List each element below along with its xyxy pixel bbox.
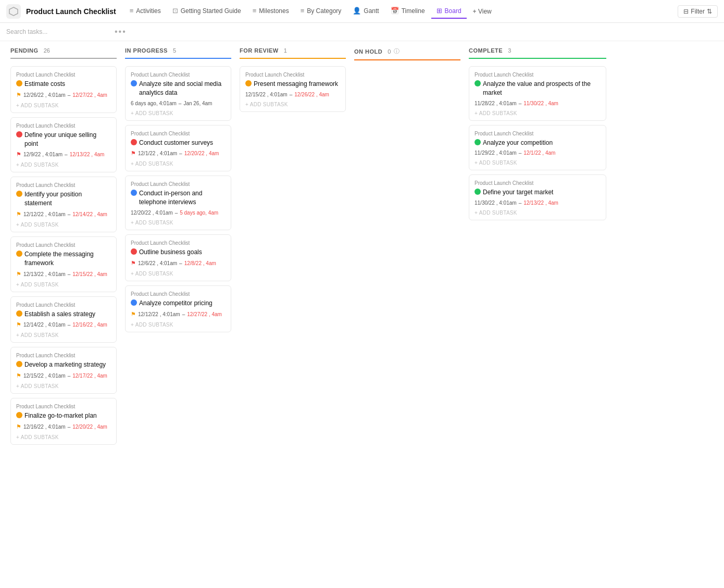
card-title: Develop a marketing strategy bbox=[24, 360, 106, 369]
date-start: 12/14/22 , 4:01am bbox=[23, 322, 66, 328]
date-end: 12/8/22 , 4am bbox=[184, 260, 216, 266]
card-project-label: Product Launch Checklist bbox=[245, 72, 340, 78]
flag-icon: ⚑ bbox=[16, 372, 21, 379]
date-end: 12/26/22 , 4am bbox=[294, 92, 329, 97]
card-project-label: Product Launch Checklist bbox=[16, 404, 111, 409]
timeline-icon: 📅 bbox=[391, 7, 399, 15]
task-card[interactable]: Product Launch ChecklistAnalyze your com… bbox=[469, 125, 606, 171]
date-start: 12/13/22 , 4:01am bbox=[23, 271, 66, 277]
status-dot bbox=[16, 412, 22, 418]
search-more-button[interactable]: ••• bbox=[115, 27, 127, 36]
date-end: 12/13/22 , 4am bbox=[70, 152, 105, 157]
add-subtask-button[interactable]: + ADD SUBTASK bbox=[16, 281, 111, 289]
flag-icon: ⚑ bbox=[16, 423, 21, 430]
task-card[interactable]: Product Launch ChecklistEstimate costs⚑1… bbox=[10, 66, 117, 113]
task-card[interactable]: Product Launch ChecklistDevelop a market… bbox=[10, 347, 117, 394]
date-start: 12/16/22 , 4:01am bbox=[23, 424, 66, 430]
task-card[interactable]: Product Launch ChecklistDefine your targ… bbox=[469, 174, 606, 220]
add-subtask-button[interactable]: + ADD SUBTASK bbox=[131, 270, 226, 278]
task-card[interactable]: Product Launch ChecklistAnalyze site and… bbox=[125, 66, 231, 121]
tab-timeline[interactable]: 📅 Timeline bbox=[385, 4, 430, 19]
card-title-row: Define your unique selling point bbox=[16, 131, 111, 148]
column-label-pending: PENDING bbox=[10, 47, 39, 54]
add-subtask-button[interactable]: + ADD SUBTASK bbox=[131, 160, 226, 168]
card-dates: ⚑12/12/22 , 4:01am – 12/14/22 , 4am bbox=[16, 211, 111, 218]
card-title: Analyze your competition bbox=[483, 139, 553, 147]
tab-board[interactable]: ⊞ Board bbox=[431, 4, 467, 19]
task-card[interactable]: Product Launch ChecklistOutline business… bbox=[125, 234, 231, 281]
tab-activities-label: Activities bbox=[136, 7, 160, 15]
task-card[interactable]: Product Launch ChecklistAnalyze competit… bbox=[125, 285, 231, 332]
tab-board-label: Board bbox=[445, 7, 461, 15]
add-subtask-button[interactable]: + ADD SUBTASK bbox=[475, 209, 601, 217]
tab-by-category[interactable]: ≡ By Category bbox=[295, 4, 347, 19]
add-subtask-button[interactable]: + ADD SUBTASK bbox=[16, 221, 111, 229]
tab-timeline-label: Timeline bbox=[402, 7, 425, 15]
card-title-row: Present messaging framework bbox=[245, 80, 340, 89]
card-title: Finalize go-to-market plan bbox=[24, 411, 97, 420]
add-subtask-button[interactable]: + ADD SUBTASK bbox=[131, 109, 226, 117]
date-start: 12/1/22 , 4:01am bbox=[138, 151, 177, 156]
card-dates: ⚑12/26/22 , 4:01am – 12/27/22 , 4am bbox=[16, 92, 111, 98]
add-subtask-button[interactable]: + ADD SUBTASK bbox=[16, 433, 111, 441]
onhold-info-icon[interactable]: ⓘ bbox=[394, 47, 400, 55]
add-subtask-button[interactable]: + ADD SUBTASK bbox=[16, 102, 111, 109]
date-separator: – bbox=[179, 151, 182, 156]
search-input[interactable] bbox=[6, 28, 110, 35]
tab-activities[interactable]: ≡ Activities bbox=[124, 4, 166, 19]
date-separator: – bbox=[68, 92, 71, 98]
filter-button[interactable]: ⊟ Filter ⇅ bbox=[678, 5, 718, 18]
task-card[interactable]: Product Launch ChecklistAnalyze the valu… bbox=[469, 66, 606, 121]
status-dot bbox=[131, 80, 137, 86]
add-subtask-button[interactable]: + ADD SUBTASK bbox=[245, 101, 340, 108]
task-card[interactable]: Product Launch ChecklistConduct in-perso… bbox=[125, 176, 231, 230]
filter-icon: ⊟ bbox=[683, 8, 689, 15]
add-subtask-button[interactable]: + ADD SUBTASK bbox=[16, 161, 111, 169]
task-card[interactable]: Product Launch ChecklistConduct customer… bbox=[125, 125, 231, 172]
date-end: 12/16/22 , 4am bbox=[72, 322, 107, 328]
add-subtask-button[interactable]: + ADD SUBTASK bbox=[475, 109, 601, 117]
date-start: 12/6/22 , 4:01am bbox=[138, 260, 177, 266]
card-project-label: Product Launch Checklist bbox=[16, 123, 111, 129]
status-dot bbox=[16, 131, 22, 137]
date-start: 12/15/22 , 4:01am bbox=[23, 373, 66, 379]
search-bar: ••• bbox=[0, 23, 724, 41]
card-dates: ⚑12/13/22 , 4:01am – 12/15/22 , 4am bbox=[16, 271, 111, 278]
task-card[interactable]: Product Launch ChecklistPresent messagin… bbox=[240, 66, 346, 112]
status-dot bbox=[131, 190, 137, 196]
add-subtask-button[interactable]: + ADD SUBTASK bbox=[131, 321, 226, 329]
task-card[interactable]: Product Launch ChecklistDefine your uniq… bbox=[10, 117, 117, 173]
date-separator: – bbox=[179, 101, 182, 106]
app-icon bbox=[6, 4, 21, 19]
add-subtask-button[interactable]: + ADD SUBTASK bbox=[16, 331, 111, 339]
task-card[interactable]: Product Launch ChecklistFinalize go-to-m… bbox=[10, 398, 117, 445]
add-view-button[interactable]: + View bbox=[468, 5, 497, 18]
task-card[interactable]: Product Launch ChecklistIdentify your po… bbox=[10, 177, 117, 232]
add-subtask-button[interactable]: + ADD SUBTASK bbox=[475, 159, 601, 167]
tab-getting-started[interactable]: ⊡ Getting Started Guide bbox=[167, 4, 246, 19]
date-start: 11/28/22 , 4:01am bbox=[475, 101, 517, 106]
column-onhold: ON HOLD0ⓘ bbox=[350, 41, 465, 74]
date-start: 11/29/22 , 4:01am bbox=[475, 150, 517, 156]
status-dot bbox=[16, 251, 22, 257]
card-project-label: Product Launch Checklist bbox=[16, 353, 111, 358]
project-title: Product Launch Checklist bbox=[26, 7, 116, 16]
tab-gantt[interactable]: 👤 Gantt bbox=[347, 4, 384, 19]
card-title: Define your unique selling point bbox=[24, 131, 111, 148]
add-subtask-button[interactable]: + ADD SUBTASK bbox=[16, 382, 111, 390]
card-dates: ⚑12/16/22 , 4:01am – 12/20/22 , 4am bbox=[16, 423, 111, 430]
tab-milestones[interactable]: ≡ Milestones bbox=[247, 4, 294, 19]
status-dot bbox=[16, 310, 22, 317]
date-end: 12/17/22 , 4am bbox=[72, 373, 107, 379]
status-dot bbox=[131, 299, 137, 306]
card-title: Analyze site and social media analytics … bbox=[139, 80, 226, 97]
gantt-icon: 👤 bbox=[353, 7, 361, 15]
tab-getting-started-label: Getting Started Guide bbox=[181, 7, 241, 15]
date-end: Jan 26, 4am bbox=[183, 101, 212, 106]
task-card[interactable]: Product Launch ChecklistComplete the mes… bbox=[10, 236, 117, 292]
date-separator: – bbox=[519, 150, 522, 156]
column-count-pending: 26 bbox=[44, 47, 50, 54]
task-card[interactable]: Product Launch ChecklistEstablish a sale… bbox=[10, 296, 117, 343]
add-subtask-button[interactable]: + ADD SUBTASK bbox=[131, 219, 226, 227]
date-end: 12/1/22 , 4am bbox=[523, 150, 555, 156]
